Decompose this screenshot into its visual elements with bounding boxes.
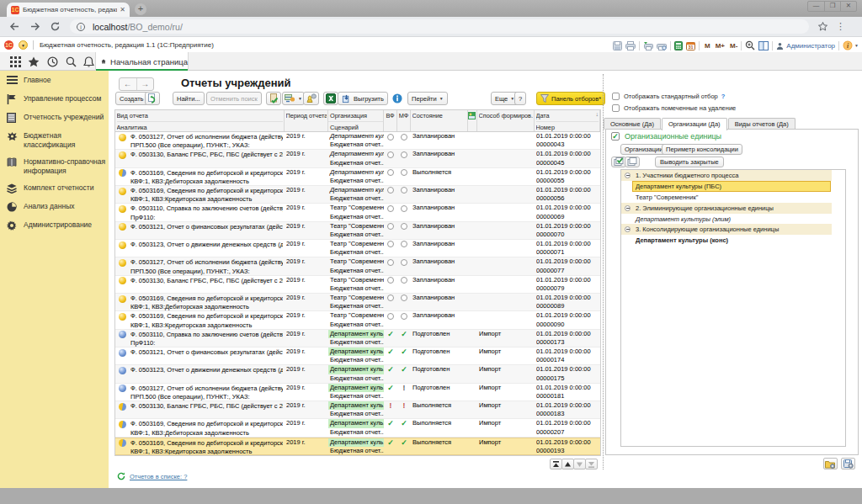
col-report-type[interactable]: Вид отчета: [117, 110, 283, 121]
calendar-icon[interactable]: 31: [686, 41, 695, 50]
cancel-search-button[interactable]: Отменить поиск: [206, 92, 262, 105]
tab-close-icon[interactable]: ✕: [120, 6, 125, 13]
address-input[interactable]: i localhost/BO_demo/ru/: [70, 19, 809, 34]
window-close-icon[interactable]: ✕: [840, 2, 856, 11]
table-row[interactable]: Ф. 0503169, Сведения по дебиторской и кр…: [115, 186, 600, 204]
export-button[interactable]: Выгрузить: [338, 92, 388, 105]
collapse-icon[interactable]: [625, 226, 631, 232]
refresh-icon[interactable]: [117, 472, 125, 480]
copy-button[interactable]: [145, 92, 160, 105]
favorites-star-icon[interactable]: [28, 56, 40, 67]
consolidation-perimeter-button[interactable]: Периметр консолидации: [662, 144, 742, 155]
goto-button[interactable]: Перейти▼: [407, 92, 448, 105]
go-prev-button[interactable]: [561, 459, 574, 470]
go-next-button[interactable]: [573, 459, 586, 470]
print-preview-icon[interactable]: [657, 41, 667, 50]
memory-m-button[interactable]: M: [705, 42, 710, 50]
table-row[interactable]: Ф. 0503123, Отчет о движении денежных ср…: [115, 365, 600, 383]
tree-group-row[interactable]: 2. Элиминирующие организационные единицы: [621, 203, 845, 214]
table-row[interactable]: Ф. 0503127, Отчет об исполнении бюджета …: [115, 384, 600, 401]
change-state-button[interactable]: ▼: [282, 92, 305, 105]
col-organization[interactable]: Организация: [328, 110, 383, 121]
info-icon[interactable]: i: [843, 40, 853, 50]
tree-group-row[interactable]: 1. Участники бюджетного процесса: [621, 170, 845, 181]
zoom-icon[interactable]: [745, 40, 755, 50]
filter-tab[interactable]: Основные (Да): [604, 118, 661, 130]
tab-home-page[interactable]: Начальная страница: [95, 52, 189, 71]
col-date[interactable]: Дата: [536, 110, 599, 121]
col-mf[interactable]: МФ: [397, 110, 410, 121]
approve-button[interactable]: [303, 92, 319, 105]
table-row[interactable]: Ф. 0503169, Сведения по дебиторской и кр…: [115, 168, 600, 186]
records-count-link[interactable]: Отчетов в списке: ?: [130, 473, 187, 480]
col-method[interactable]: Способ формиров..: [479, 110, 533, 121]
save-settings-button[interactable]: [841, 458, 855, 470]
search-icon[interactable]: [66, 56, 77, 67]
page-info-icon[interactable]: i: [77, 23, 85, 31]
sidebar-item[interactable]: Главное: [0, 72, 109, 90]
excel-button[interactable]: [323, 92, 338, 105]
tree-group-row[interactable]: 3. Консолидирующие организационные едини…: [621, 224, 845, 235]
collapse-icon[interactable]: [625, 205, 631, 211]
help-button[interactable]: ?: [514, 92, 526, 105]
print-icon[interactable]: [625, 41, 636, 50]
bookmark-star-icon[interactable]: [817, 21, 828, 32]
sidebar-item[interactable]: Анализ данных: [0, 198, 109, 216]
standard-filter-checkbox[interactable]: [612, 93, 620, 100]
tree-item-row[interactable]: Театр "Современник": [621, 192, 845, 203]
col-state[interactable]: Состояние: [412, 110, 466, 121]
back-icon[interactable]: [9, 21, 20, 32]
memory-m-minus-button[interactable]: M-: [730, 42, 737, 50]
table-row[interactable]: Ф. 0503130, Баланс ГРБС, РБС, ПБС (дейст…: [115, 401, 600, 419]
col-number[interactable]: Номер: [536, 121, 599, 132]
split-view-icon[interactable]: [758, 41, 769, 50]
table-row[interactable]: Ф. 0503130, Баланс ГРБС, РБС, ПБС (дейст…: [115, 276, 600, 294]
reload-icon[interactable]: [50, 21, 61, 32]
col-scenario[interactable]: Сценарий: [328, 121, 383, 132]
go-first-button[interactable]: [550, 459, 562, 470]
table-row[interactable]: Ф. 0503169, Сведения по дебиторской и кр…: [115, 294, 600, 311]
table-row[interactable]: Ф. 0503110, Справка по заключению счетов…: [115, 330, 600, 347]
calculator-icon[interactable]: [674, 41, 683, 50]
browser-tab[interactable]: 1С Бюджетная отчетность, редакц ✕: [7, 3, 130, 17]
user-name[interactable]: Администратор: [786, 42, 835, 50]
table-row[interactable]: Ф. 0503121, Отчет о финансовых результат…: [115, 222, 600, 240]
history-icon[interactable]: [47, 56, 58, 67]
notifications-bell-icon[interactable]: [83, 56, 94, 67]
col-status-icon[interactable]: [468, 110, 476, 121]
table-row[interactable]: Ф. 0503169, Сведения по дебиторской и кр…: [115, 438, 600, 455]
print-with-settings-icon[interactable]: [643, 41, 653, 50]
show-closed-button[interactable]: Выводить закрытые: [655, 157, 724, 167]
memory-m-plus-button[interactable]: M+: [716, 42, 725, 50]
table-row[interactable]: Ф. 0503169, Сведения по дебиторской и кр…: [115, 311, 600, 329]
table-row[interactable]: Ф. 0503121, Отчет о финансовых результат…: [115, 347, 600, 365]
save-icon[interactable]: [613, 41, 622, 50]
panel-splitter[interactable]: [603, 74, 604, 470]
sidebar-item[interactable]: Администрирование: [0, 216, 109, 235]
uncheck-all-button[interactable]: [625, 157, 640, 167]
sidebar-item[interactable]: Управление процессом: [0, 90, 109, 109]
window-restore-icon[interactable]: ❐: [824, 2, 840, 11]
table-row[interactable]: Ф. 0503127, Отчет об исполнении бюджета …: [115, 132, 600, 150]
main-menu-icon[interactable]: ▼: [19, 40, 28, 50]
window-minimize-icon[interactable]: —: [808, 2, 824, 11]
table-row[interactable]: Ф. 0503110, Справка по заключению счетов…: [115, 204, 600, 221]
show-deleted-checkbox[interactable]: [612, 104, 620, 112]
list-info-button[interactable]: [391, 92, 404, 105]
filter-help-link[interactable]: ?: [721, 93, 726, 100]
table-row[interactable]: Ф. 0503127, Отчет об исполнении бюджета …: [115, 257, 600, 275]
col-analytics[interactable]: Аналитика: [117, 121, 283, 132]
create-button[interactable]: Создать: [115, 92, 148, 105]
tree-item-row[interactable]: Департамент культуры (конс): [621, 235, 845, 246]
apps-grid-icon[interactable]: [10, 56, 21, 67]
accept-document-button[interactable]: [266, 92, 281, 105]
sidebar-item[interactable]: Нормативно-справочная информация: [0, 153, 109, 179]
find-button[interactable]: Найти...: [173, 92, 205, 105]
go-last-button[interactable]: [585, 459, 598, 470]
table-row[interactable]: Ф. 0503169, Сведения по дебиторской и кр…: [115, 419, 600, 437]
col-period[interactable]: Период отчета: [286, 110, 327, 121]
tree-item-row[interactable]: Департамент культуры (ПБС): [621, 181, 845, 192]
forward-icon[interactable]: [29, 21, 40, 32]
table-row[interactable]: Ф. 0503123, Отчет о движении денежных ср…: [115, 240, 600, 257]
table-row[interactable]: Ф. 0503130, Баланс ГРБС, РБС, ПБС (дейст…: [115, 150, 600, 167]
